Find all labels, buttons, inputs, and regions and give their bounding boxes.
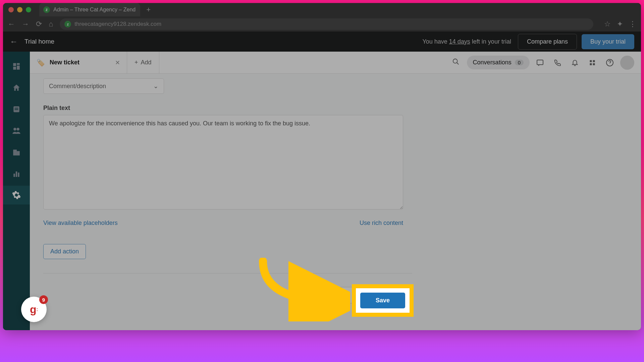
window-close-button[interactable] xyxy=(8,7,14,12)
grammarly-badge: 9 xyxy=(39,295,48,304)
view-placeholders-link[interactable]: View available placeholders xyxy=(43,220,118,227)
sidebar-views-icon[interactable] xyxy=(3,100,30,119)
chevron-down-icon: ⌄ xyxy=(153,82,158,90)
addrbar-right: ☆ ✦ ⋮ xyxy=(604,20,636,28)
links-row: View available placeholders Use rich con… xyxy=(43,220,403,227)
url-text: threecatagency9128.zendesk.com xyxy=(74,21,161,27)
apps-icon[interactable] xyxy=(585,56,599,70)
footer-buttons: Cancel Save xyxy=(43,287,412,303)
avatar[interactable] xyxy=(620,56,634,70)
window-maximize-button[interactable] xyxy=(26,7,31,12)
tab-title: Admin – Three Cat Agency – Zend xyxy=(53,7,136,13)
search-icon[interactable] xyxy=(448,58,464,67)
trial-days-link[interactable]: 14 days xyxy=(449,38,470,45)
compare-plans-button[interactable]: Compare plans xyxy=(518,34,577,50)
plain-text-textarea[interactable] xyxy=(43,115,403,209)
extensions-icon[interactable]: ✦ xyxy=(617,20,623,28)
home-icon[interactable]: ⌂ xyxy=(49,20,53,28)
help-icon[interactable] xyxy=(603,56,617,70)
url-input[interactable]: z threecatagency9128.zendesk.com xyxy=(60,18,593,30)
svg-rect-15 xyxy=(590,63,592,65)
svg-rect-2 xyxy=(15,109,18,110)
svg-rect-7 xyxy=(13,174,15,177)
close-tab-icon[interactable]: ✕ xyxy=(115,59,120,66)
ticket-icon: 🏷️ xyxy=(37,59,45,67)
add-action-button[interactable]: Add action xyxy=(43,244,86,259)
sidebar-organizations-icon[interactable] xyxy=(3,143,30,162)
menu-icon[interactable]: ⋮ xyxy=(629,20,636,28)
svg-rect-8 xyxy=(16,172,17,177)
ticket-tab-title: New ticket xyxy=(50,59,110,66)
window-minimize-button[interactable] xyxy=(17,7,22,12)
svg-rect-14 xyxy=(593,60,595,62)
conversations-pill[interactable]: Conversations 0 xyxy=(467,56,530,69)
trial-back-icon[interactable]: ← xyxy=(10,37,18,46)
trial-home-link[interactable]: Trial home xyxy=(24,38,422,45)
svg-line-11 xyxy=(457,62,459,64)
plain-text-label: Plain text xyxy=(43,105,412,112)
svg-rect-6 xyxy=(17,151,20,156)
plus-icon: + xyxy=(135,59,138,66)
conversations-count: 0 xyxy=(515,60,524,65)
sidebar xyxy=(3,52,30,330)
phone-icon[interactable] xyxy=(550,56,565,70)
svg-rect-5 xyxy=(13,149,17,155)
chat-icon[interactable] xyxy=(533,56,547,70)
svg-rect-9 xyxy=(18,173,19,177)
select-value: Comment/description xyxy=(49,83,106,90)
top-right-actions: Conversations 0 xyxy=(448,56,641,70)
bell-icon[interactable] xyxy=(568,56,582,70)
sidebar-customers-icon[interactable] xyxy=(3,121,30,140)
svg-point-4 xyxy=(17,128,19,130)
svg-rect-13 xyxy=(590,60,592,62)
new-tab-button[interactable]: + xyxy=(146,5,151,14)
svg-rect-16 xyxy=(593,63,595,65)
comment-type-select[interactable]: Comment/description ⌄ xyxy=(43,78,164,94)
sidebar-admin-icon[interactable] xyxy=(3,186,30,204)
divider xyxy=(43,273,412,274)
buy-trial-button[interactable]: Buy your trial xyxy=(582,34,634,49)
svg-rect-12 xyxy=(537,60,543,65)
sidebar-home-icon[interactable] xyxy=(3,78,30,97)
traffic-lights xyxy=(8,7,31,12)
content-inner: Comment/description ⌄ Plain text View av… xyxy=(43,78,412,330)
app-body: 🏷️ New ticket ✕ + Add Conversations 0 xyxy=(3,52,641,330)
save-button[interactable]: Save xyxy=(360,293,405,308)
trial-banner: ← Trial home You have 14 days left in yo… xyxy=(3,32,641,52)
svg-rect-1 xyxy=(15,108,18,109)
star-icon[interactable]: ☆ xyxy=(604,20,611,28)
trial-days-text: You have 14 days left in your trial xyxy=(422,38,511,45)
browser-window: z Admin – Three Cat Agency – Zend + ← → … xyxy=(3,3,641,330)
back-icon[interactable]: ← xyxy=(8,20,15,28)
conversations-label: Conversations xyxy=(473,59,512,66)
content: Comment/description ⌄ Plain text View av… xyxy=(30,74,641,330)
use-rich-content-link[interactable]: Use rich content xyxy=(360,220,403,227)
add-tab-label: Add xyxy=(141,59,152,66)
browser-tab[interactable]: z Admin – Three Cat Agency – Zend xyxy=(39,3,140,16)
add-tab-button[interactable]: + Add xyxy=(127,52,159,74)
tab-favicon-icon: z xyxy=(43,6,50,13)
main-area: 🏷️ New ticket ✕ + Add Conversations 0 xyxy=(30,52,641,330)
trial-prefix: You have xyxy=(422,38,449,45)
forward-icon[interactable]: → xyxy=(22,20,29,28)
grammarly-widget[interactable]: g : 9 xyxy=(21,297,47,322)
sidebar-reporting-icon[interactable] xyxy=(3,164,30,183)
cancel-button[interactable]: Cancel xyxy=(318,287,362,303)
svg-point-3 xyxy=(13,128,16,130)
sidebar-dashboard-icon[interactable] xyxy=(3,57,30,76)
reload-icon[interactable]: ⟳ xyxy=(36,20,42,28)
url-favicon-icon: z xyxy=(64,21,71,27)
titlebar: z Admin – Three Cat Agency – Zend + xyxy=(3,3,641,16)
trial-suffix: left in your trial xyxy=(470,38,511,45)
ticket-tab[interactable]: 🏷️ New ticket ✕ xyxy=(30,52,127,74)
address-bar: ← → ⟳ ⌂ z threecatagency9128.zendesk.com… xyxy=(3,16,641,32)
tabs-bar: 🏷️ New ticket ✕ + Add Conversations 0 xyxy=(30,52,641,74)
svg-point-10 xyxy=(453,59,457,63)
grammarly-icon: g : xyxy=(25,301,42,318)
